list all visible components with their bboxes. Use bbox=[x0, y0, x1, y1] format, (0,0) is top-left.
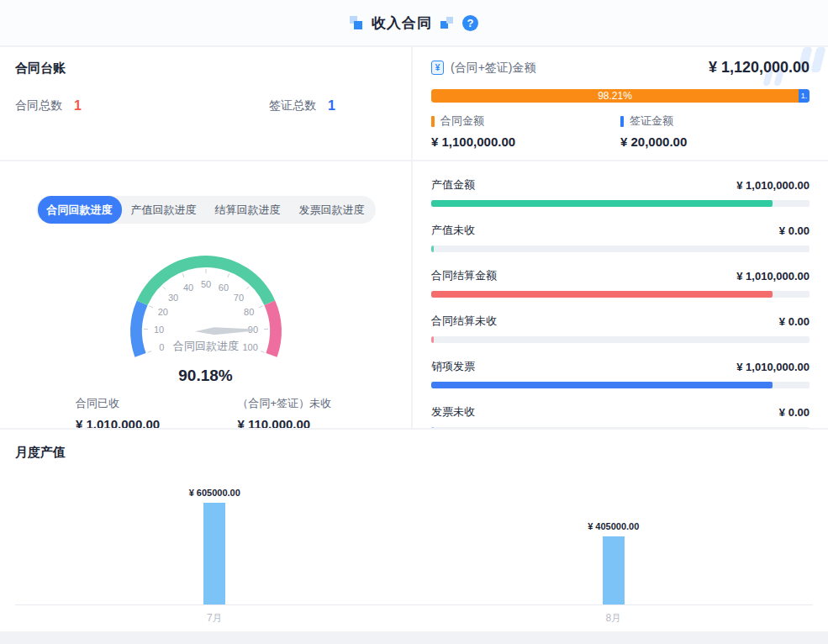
visa-count-group: 签证总数 1 bbox=[269, 98, 335, 113]
metric-bar-fill bbox=[431, 427, 434, 428]
metric-bar-fill bbox=[431, 245, 434, 252]
yuan-bill-icon: ¥ bbox=[431, 61, 444, 75]
metric-row-settlement-unreceived: 合同结算未收 ¥ 0.00 bbox=[431, 309, 810, 343]
month-bar bbox=[203, 503, 225, 604]
visa-amount-legend: 签证金额 ¥ 20,000.00 bbox=[620, 113, 810, 149]
month-bar-value-label: ¥ 405000.00 bbox=[588, 521, 639, 531]
metric-bar-track bbox=[431, 427, 810, 428]
summary-label: (合同+签证)金额 bbox=[451, 61, 536, 76]
svg-text:30: 30 bbox=[167, 293, 177, 303]
unreceived-stat-label: （合同+签证）未收 bbox=[237, 396, 331, 411]
monthly-x-axis: 7月8月 bbox=[15, 605, 813, 627]
metric-bar-fill bbox=[431, 336, 434, 343]
metric-value: ¥ 1,010,000.00 bbox=[736, 179, 810, 192]
contract-count-group: 合同总数 1 bbox=[15, 98, 82, 113]
help-icon[interactable]: ? bbox=[462, 15, 478, 31]
svg-text:20: 20 bbox=[157, 307, 167, 317]
monthly-output-title: 月度产值 bbox=[15, 445, 813, 461]
metric-bar-track bbox=[431, 200, 810, 207]
dashboard-page: 收入合同 ? 合同台账 合同总数 1 签证总数 1 bbox=[0, 0, 828, 644]
metric-value: ¥ 1,010,000.00 bbox=[736, 270, 810, 282]
month-bar bbox=[603, 536, 625, 604]
metric-row-output-unreceived: 产值未收 ¥ 0.00 bbox=[431, 218, 810, 252]
metric-label: 产值金额 bbox=[431, 177, 475, 193]
metric-bar-track bbox=[431, 336, 810, 343]
gauge-value-text: 90.18% bbox=[0, 367, 411, 385]
metric-value: ¥ 0.00 bbox=[779, 224, 810, 237]
metric-row-invoice-amount: 销项发票 ¥ 1,010,000.00 bbox=[431, 354, 810, 388]
svg-text:70: 70 bbox=[233, 293, 243, 303]
metric-label: 合同结算金额 bbox=[431, 268, 497, 283]
received-stat: 合同已收 ¥ 1,010,000.00 bbox=[76, 396, 160, 428]
payback-progress-card: 合同回款进度 产值回款进度 结算回款进度 发票回款进度 010203040506… bbox=[0, 161, 411, 428]
summary-total-amount: ¥ 1,120,000.00 bbox=[709, 59, 810, 77]
monthly-bar-chart: ¥ 605000.00¥ 405000.00 bbox=[15, 472, 813, 605]
metric-row-settlement-amount: 合同结算金额 ¥ 1,010,000.00 bbox=[431, 263, 810, 298]
title-decoration-right bbox=[440, 16, 454, 29]
contract-ledger-card: 合同台账 合同总数 1 签证总数 1 bbox=[0, 47, 411, 160]
page-header: 收入合同 ? bbox=[0, 0, 828, 46]
svg-text:40: 40 bbox=[182, 282, 192, 293]
contract-legend-mark bbox=[431, 116, 435, 127]
svg-text:50: 50 bbox=[200, 279, 210, 289]
amount-stacked-bar: 98.21% 1. bbox=[431, 89, 810, 103]
svg-text:100: 100 bbox=[242, 342, 257, 352]
metric-value: ¥ 0.00 bbox=[779, 315, 810, 328]
month-bar-value-label: ¥ 605000.00 bbox=[189, 488, 240, 498]
amount-summary-card: ¥ (合同+签证)金额 ¥ 1,120,000.00 98.21% 1. 合同金… bbox=[413, 47, 828, 160]
visa-count-value: 1 bbox=[328, 98, 335, 113]
svg-text:60: 60 bbox=[218, 282, 228, 293]
metric-value: ¥ 1,010,000.00 bbox=[736, 361, 810, 373]
monthly-output-card: 月度产值 ¥ 605000.00¥ 405000.00 7月8月 bbox=[0, 430, 828, 631]
metric-label: 销项发票 bbox=[431, 359, 475, 374]
unreceived-stat-value: ¥ 110,000.00 bbox=[237, 417, 331, 428]
gauge-chart: 0102030405060708090100合同回款进度 bbox=[63, 234, 349, 362]
metric-bar-track bbox=[431, 291, 810, 298]
gauge-center-label: 合同回款进度 bbox=[173, 340, 239, 352]
contract-count-label: 合同总数 bbox=[15, 98, 62, 113]
metric-bar-track bbox=[431, 245, 810, 252]
tab-contract-payback[interactable]: 合同回款进度 bbox=[38, 196, 122, 224]
month-axis-label: 8月 bbox=[605, 611, 621, 626]
contract-amount-label: 合同金额 bbox=[440, 113, 484, 129]
metric-value: ¥ 0.00 bbox=[779, 406, 810, 419]
visa-amount-segment: 1. bbox=[799, 89, 810, 103]
metric-bar-fill bbox=[431, 200, 773, 207]
gauge-needle bbox=[194, 326, 254, 335]
contract-count-value: 1 bbox=[74, 98, 82, 113]
title-decoration-left bbox=[350, 16, 363, 29]
metrics-card: 产值金额 ¥ 1,010,000.00 产值未收 ¥ 0.00 合同结算金额 ¥… bbox=[413, 161, 828, 428]
contract-amount-value: ¥ 1,100,000.00 bbox=[431, 135, 620, 149]
metric-row-invoice-unreceived: 发票未收 ¥ 0.00 bbox=[431, 399, 810, 428]
page-title: 收入合同 bbox=[372, 13, 432, 33]
metric-label: 合同结算未收 bbox=[431, 314, 497, 329]
received-stat-value: ¥ 1,010,000.00 bbox=[76, 417, 160, 428]
metric-bar-fill bbox=[431, 382, 773, 388]
svg-text:0: 0 bbox=[159, 342, 164, 352]
visa-amount-label: 签证金额 bbox=[630, 113, 673, 129]
visa-legend-mark bbox=[620, 116, 624, 127]
metric-row-output-amount: 产值金额 ¥ 1,010,000.00 bbox=[431, 172, 810, 207]
metric-label: 发票未收 bbox=[431, 404, 475, 420]
progress-tab-group: 合同回款进度 产值回款进度 结算回款进度 发票回款进度 bbox=[36, 196, 376, 224]
month-axis-label: 7月 bbox=[207, 611, 223, 626]
svg-text:80: 80 bbox=[244, 307, 254, 317]
svg-text:10: 10 bbox=[153, 325, 163, 335]
visa-amount-value: ¥ 20,000.00 bbox=[620, 135, 810, 149]
metric-bar-fill bbox=[431, 291, 773, 298]
tab-output-payback[interactable]: 产值回款进度 bbox=[122, 197, 206, 224]
tab-settlement-payback[interactable]: 结算回款进度 bbox=[206, 197, 290, 224]
contract-amount-segment: 98.21% bbox=[431, 89, 799, 103]
ledger-title: 合同台账 bbox=[15, 61, 396, 77]
contract-amount-legend: 合同金额 ¥ 1,100,000.00 bbox=[431, 113, 620, 149]
tab-invoice-payback[interactable]: 发票回款进度 bbox=[290, 197, 374, 224]
received-stat-label: 合同已收 bbox=[76, 396, 160, 411]
metric-bar-track bbox=[431, 382, 810, 388]
visa-count-label: 签证总数 bbox=[269, 98, 316, 113]
metric-label: 产值未收 bbox=[431, 223, 475, 238]
unreceived-stat: （合同+签证）未收 ¥ 110,000.00 bbox=[237, 396, 331, 428]
